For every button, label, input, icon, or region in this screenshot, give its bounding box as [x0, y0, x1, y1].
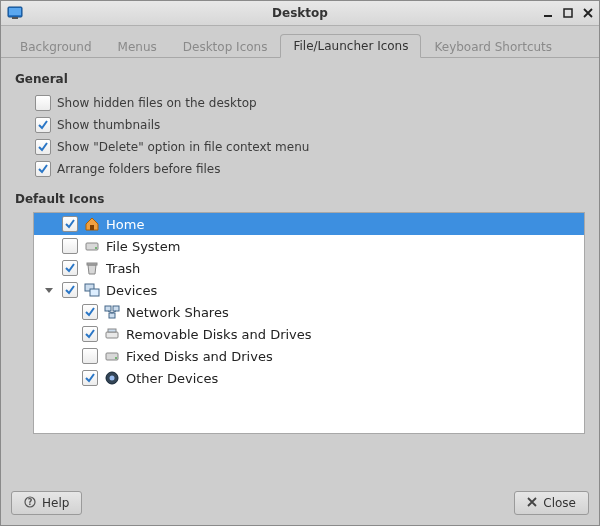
- svg-rect-12: [113, 306, 119, 311]
- window-controls: [541, 1, 595, 25]
- option-show-delete[interactable]: Show "Delete" option in file context men…: [15, 136, 585, 158]
- settings-window: Desktop Background Menus Desktop Icons F…: [0, 0, 600, 526]
- button-label: Help: [42, 496, 69, 510]
- removable-icon: [104, 326, 120, 342]
- option-arrange-folders[interactable]: Arrange folders before files: [15, 158, 585, 180]
- tree-item-trash[interactable]: Trash: [34, 257, 584, 279]
- devices-icon: [84, 282, 100, 298]
- tree-item-removable[interactable]: Removable Disks and Drives: [34, 323, 584, 345]
- checkbox-icon[interactable]: [82, 370, 98, 386]
- svg-rect-4: [564, 9, 572, 17]
- tab-menus[interactable]: Menus: [105, 35, 170, 58]
- svg-rect-14: [106, 332, 118, 338]
- svg-rect-2: [12, 17, 18, 19]
- close-icon: [527, 497, 537, 509]
- svg-rect-13: [109, 313, 115, 318]
- tree-item-fixed[interactable]: Fixed Disks and Drives: [34, 345, 584, 367]
- checkbox-icon[interactable]: [62, 282, 78, 298]
- tree-item-label: Trash: [106, 261, 140, 276]
- tree-item-label: File System: [106, 239, 180, 254]
- home-icon: [84, 216, 100, 232]
- tree-item-label: Home: [106, 217, 144, 232]
- checkbox-icon[interactable]: [62, 238, 78, 254]
- option-label: Arrange folders before files: [57, 162, 221, 176]
- svg-point-19: [110, 376, 115, 381]
- checkbox-icon[interactable]: [82, 348, 98, 364]
- svg-rect-11: [105, 306, 111, 311]
- svg-point-7: [95, 247, 97, 249]
- checkbox-icon[interactable]: [62, 216, 78, 232]
- help-button[interactable]: ? Help: [11, 491, 82, 515]
- svg-rect-8: [87, 263, 97, 265]
- app-desktop-icon: [7, 5, 23, 21]
- checkbox-icon[interactable]: [82, 304, 98, 320]
- close-window-button[interactable]: [581, 6, 595, 20]
- tree-item-other[interactable]: Other Devices: [34, 367, 584, 389]
- tree-item-home[interactable]: Home: [34, 213, 584, 235]
- tree-item-devices[interactable]: Devices: [34, 279, 584, 301]
- drive-icon: [104, 348, 120, 364]
- option-label: Show thumbnails: [57, 118, 160, 132]
- option-label: Show hidden files on the desktop: [57, 96, 257, 110]
- minimize-button[interactable]: [541, 6, 555, 20]
- tab-background[interactable]: Background: [7, 35, 105, 58]
- network-icon: [104, 304, 120, 320]
- button-label: Close: [543, 496, 576, 510]
- tab-content: General Show hidden files on the desktop…: [1, 58, 599, 483]
- checkbox-icon[interactable]: [35, 161, 51, 177]
- other-icon: [104, 370, 120, 386]
- tree-item-filesystem[interactable]: File System: [34, 235, 584, 257]
- help-icon: ?: [24, 496, 36, 510]
- svg-rect-10: [90, 289, 99, 296]
- checkbox-icon[interactable]: [35, 117, 51, 133]
- titlebar: Desktop: [1, 1, 599, 26]
- default-icons-tree[interactable]: Home File System: [33, 212, 585, 434]
- svg-rect-1: [9, 8, 21, 15]
- trash-icon: [84, 260, 100, 276]
- checkbox-icon[interactable]: [35, 139, 51, 155]
- svg-text:?: ?: [28, 498, 33, 507]
- tab-desktop-icons[interactable]: Desktop Icons: [170, 35, 281, 58]
- maximize-button[interactable]: [561, 6, 575, 20]
- tree-item-label: Removable Disks and Drives: [126, 327, 312, 342]
- tab-file-launcher-icons[interactable]: File/Launcher Icons: [280, 34, 421, 58]
- svg-rect-3: [544, 15, 552, 17]
- option-show-thumbnails[interactable]: Show thumbnails: [15, 114, 585, 136]
- section-general-title: General: [15, 72, 585, 86]
- close-button[interactable]: Close: [514, 491, 589, 515]
- tree-item-label: Other Devices: [126, 371, 218, 386]
- option-label: Show "Delete" option in file context men…: [57, 140, 309, 154]
- tab-bar: Background Menus Desktop Icons File/Laun…: [1, 26, 599, 58]
- tree-item-label: Devices: [106, 283, 157, 298]
- tab-keyboard-shortcuts[interactable]: Keyboard Shortcuts: [421, 35, 565, 58]
- svg-point-17: [115, 357, 117, 359]
- option-show-hidden[interactable]: Show hidden files on the desktop: [15, 92, 585, 114]
- dialog-footer: ? Help Close: [1, 483, 599, 525]
- section-default-icons-title: Default Icons: [15, 192, 585, 206]
- tree-item-label: Fixed Disks and Drives: [126, 349, 273, 364]
- checkbox-icon[interactable]: [82, 326, 98, 342]
- svg-rect-5: [90, 225, 94, 230]
- checkbox-icon[interactable]: [62, 260, 78, 276]
- window-title: Desktop: [1, 6, 599, 20]
- drive-icon: [84, 238, 100, 254]
- checkbox-icon[interactable]: [35, 95, 51, 111]
- svg-rect-15: [108, 329, 116, 332]
- tree-item-network-shares[interactable]: Network Shares: [34, 301, 584, 323]
- expander-open-icon[interactable]: [42, 283, 56, 297]
- tree-item-label: Network Shares: [126, 305, 229, 320]
